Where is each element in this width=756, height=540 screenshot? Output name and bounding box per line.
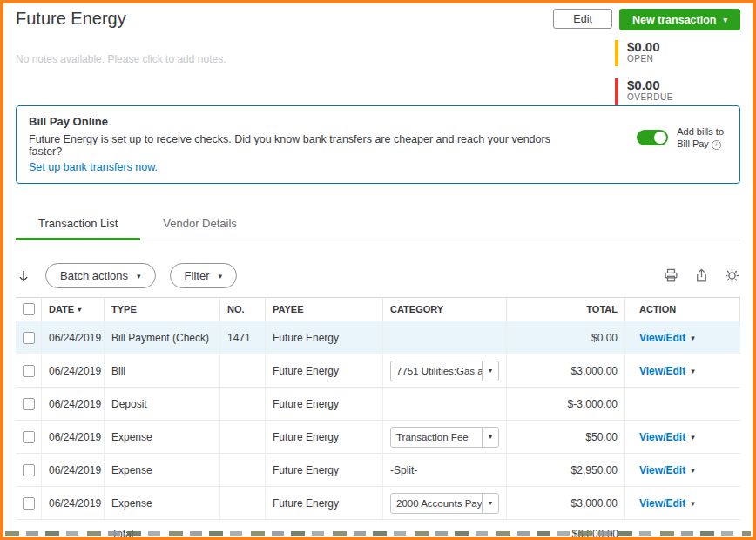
checkbox-cell [16,388,42,420]
total-cell: $50.00 [507,421,625,453]
total-cell: $-3,000.00 [507,388,625,420]
no-cell [220,388,266,420]
category-dropdown[interactable]: 7751 Utilities:Gas a ▾ [390,361,499,381]
total-cell: $3,000.00 [507,487,625,519]
action-cell: View/Edit▾ [625,321,740,354]
category-cell [383,388,507,420]
new-transaction-button[interactable]: New transaction ▾ [619,9,740,30]
category-dropdown-value: 2000 Accounts Pay [391,494,482,513]
caret-down-icon: ▾ [218,272,222,280]
add-bills-toggle[interactable] [637,130,668,145]
date-cell: 06/24/2019 [42,421,105,453]
filter-button[interactable]: Filter ▾ [170,263,237,288]
open-summary-text: $0.00 OPEN [627,40,660,66]
caret-down-icon[interactable]: ▾ [482,494,498,513]
batch-actions-button[interactable]: Batch actions ▾ [45,263,156,288]
caret-down-icon[interactable]: ▾ [482,428,498,447]
category-cell: Transaction Fee ▾ [383,421,507,453]
table-row[interactable]: 06/24/2019 Expense Future Energy 2000 Ac… [16,487,740,520]
table-row[interactable]: 06/24/2019 Deposit Future Energy $-3,000… [16,388,740,421]
no-cell [220,454,266,486]
view-edit-link[interactable]: View/Edit [639,431,685,443]
transaction-table: DATE▾ TYPE NO. PAYEE CATEGORY TOTAL ACTI… [16,297,740,540]
print-icon[interactable] [663,267,679,284]
checkbox-cell [16,487,42,519]
edit-button[interactable]: Edit [553,9,612,29]
select-all-checkbox[interactable] [23,303,35,315]
page-title: Future Energy [16,9,553,29]
category-header: CATEGORY [383,298,507,321]
new-transaction-label: New transaction [632,14,717,26]
table-row[interactable]: 06/24/2019 Bill Payment (Check) 1471 Fut… [16,321,740,354]
info-icon[interactable]: i [712,140,721,150]
row-checkbox[interactable] [23,398,35,410]
payee-cell: Future Energy [266,421,383,453]
action-caret-icon[interactable]: ▾ [691,367,695,375]
row-checkbox[interactable] [23,365,35,377]
row-checkbox[interactable] [23,464,35,476]
table-total-row: Total $6,000.00 [16,520,740,540]
total-cell: $2,950.00 [507,454,625,486]
caret-down-icon: ▾ [723,16,727,24]
add-bills-toggle-group: Add bills to Bill Payi [637,125,724,150]
action-caret-icon[interactable]: ▾ [691,334,695,342]
view-edit-link[interactable]: View/Edit [639,464,685,476]
export-icon[interactable] [693,267,710,284]
notes-placeholder[interactable]: No notes available. Please click to add … [16,53,381,65]
footer-spacer [220,520,266,540]
type-cell: Bill Payment (Check) [105,321,220,354]
sort-icon[interactable] [16,268,31,284]
footer-spacer [16,520,42,540]
toggle-label-line2-wrap: Bill Payi [677,138,724,150]
bill-pay-message: Future Energy is set up to receive check… [29,133,586,158]
checkbox-cell [16,354,42,387]
view-edit-link[interactable]: View/Edit [639,365,685,377]
action-caret-icon[interactable]: ▾ [691,433,695,442]
footer-spacer [383,520,507,540]
row-checkbox[interactable] [23,332,35,344]
open-summary[interactable]: $0.00 OPEN [615,40,737,66]
action-caret-icon[interactable]: ▾ [691,499,695,508]
overdue-summary[interactable]: $0.00 OVERDUE [615,78,737,105]
table-header-row: DATE▾ TYPE NO. PAYEE CATEGORY TOTAL ACTI… [16,297,740,321]
date-cell: 06/24/2019 [42,388,105,420]
table-row[interactable]: 06/24/2019 Expense Future Energy -Split-… [16,454,740,487]
total-cell: $3,000.00 [507,354,625,387]
total-row-label: Total [105,520,220,540]
bill-pay-title: Bill Pay Online [29,115,727,128]
setup-bank-transfers-link[interactable]: Set up bank transfers now. [29,161,158,173]
page-header: Future Energy Edit New transaction ▾ [16,9,740,30]
payee-cell: Future Energy [266,321,383,354]
settings-gear-icon[interactable] [724,267,740,284]
date-cell: 06/24/2019 [42,487,105,519]
row-checkbox[interactable] [23,431,35,443]
category-dropdown-value: Transaction Fee [391,428,482,447]
footer-spacer [266,520,383,540]
footer-spacer [42,520,105,540]
row-checkbox[interactable] [23,497,35,510]
date-cell: 06/24/2019 [42,454,105,486]
view-edit-link[interactable]: View/Edit [639,332,685,344]
category-cell: 7751 Utilities:Gas a ▾ [383,354,507,387]
payee-cell: Future Energy [266,454,383,486]
tab-vendor-details[interactable]: Vendor Details [140,208,260,240]
view-edit-link[interactable]: View/Edit [639,497,685,510]
table-row[interactable]: 06/24/2019 Bill Future Energy 7751 Utili… [16,354,740,388]
no-header: NO. [220,298,266,321]
payee-cell: Future Energy [266,487,383,519]
category-cell [383,321,507,354]
table-row[interactable]: 06/24/2019 Expense Future Energy Transac… [16,421,740,454]
date-cell: 06/24/2019 [42,354,105,387]
category-dropdown[interactable]: 2000 Accounts Pay ▾ [390,493,499,514]
vendor-detail-page: Future Energy Edit New transaction ▾ No … [0,0,756,540]
payee-cell: Future Energy [266,388,383,420]
category-dropdown[interactable]: Transaction Fee ▾ [390,427,499,448]
date-header[interactable]: DATE▾ [42,298,105,321]
caret-down-icon[interactable]: ▾ [482,361,498,381]
tab-transaction-list[interactable]: Transaction List [16,208,140,240]
overdue-summary-text: $0.00 OVERDUE [627,78,673,105]
batch-actions-label: Batch actions [60,269,128,282]
category-cell: 2000 Accounts Pay ▾ [383,487,507,519]
action-caret-icon[interactable]: ▾ [691,466,695,475]
overdue-label: OVERDUE [627,92,673,102]
